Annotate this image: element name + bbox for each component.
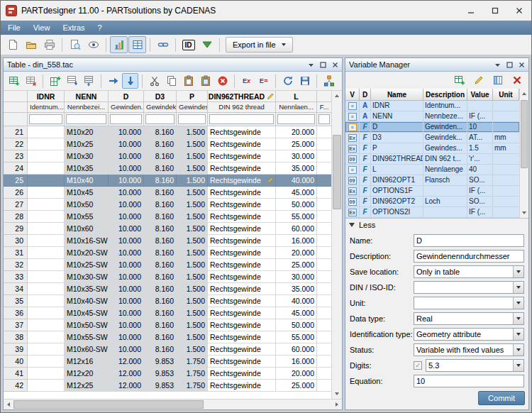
filter-input-IDNR[interactable] [29, 114, 62, 124]
table-row-37[interactable]: 37M10x50-SW1610.0008.1601.500Rechtsgewin… [4, 319, 331, 331]
cell-p[interactable]: 1.500 [177, 235, 208, 247]
table-horizontal-scrollbar[interactable] [4, 399, 342, 409]
unit-dropdown-arrow[interactable] [513, 297, 523, 309]
cell-l[interactable]: 60.000 [276, 343, 317, 356]
scrollbar-thumb[interactable] [13, 400, 204, 409]
open-document-button[interactable] [22, 36, 40, 53]
structure-button[interactable] [321, 73, 337, 89]
cell-l[interactable]: 20.000 [276, 247, 317, 259]
cell-extra[interactable] [317, 150, 331, 163]
cell-p[interactable]: 1.500 [177, 295, 208, 307]
cell-extra[interactable] [317, 380, 331, 392]
cell-l[interactable]: 16.000 [276, 356, 317, 368]
row-number[interactable]: 32 [4, 259, 28, 271]
cell-idnr[interactable] [28, 271, 65, 283]
cell-d3[interactable]: 8.160 [144, 187, 177, 199]
cell-d3[interactable]: 8.160 [144, 343, 177, 356]
cell-p[interactable]: 1.500 [177, 223, 208, 235]
cell-d[interactable]: 10.000 [109, 319, 144, 331]
cell-l[interactable]: 16.000 [276, 235, 317, 247]
cell-l[interactable]: 30.000 [276, 150, 317, 163]
cell-d3[interactable]: 8.160 [144, 211, 177, 223]
delete-variable-button[interactable] [509, 72, 525, 88]
cell-thread[interactable]: Rechtsgewinde [208, 163, 276, 175]
cell-l[interactable]: 55.000 [276, 211, 317, 223]
cell-l[interactable]: 60.000 [276, 223, 317, 235]
cell-d[interactable]: 10.000 [109, 295, 144, 307]
vm-column-header-v[interactable]: V [345, 89, 360, 100]
cell-d[interactable]: 10.000 [109, 138, 144, 150]
column-header-D3[interactable]: D3 [144, 91, 177, 102]
cell-d[interactable]: 10.000 [109, 199, 144, 211]
filter-input-L[interactable] [277, 114, 315, 124]
shift-down-button[interactable] [122, 73, 138, 89]
cell-nenn[interactable]: M10x60 [65, 223, 109, 235]
column-header-IDNR[interactable]: IDNR [28, 91, 65, 102]
table-view-toggle[interactable] [128, 36, 146, 53]
table-row-24[interactable]: 24M10x3510.0008.1601.500Rechtsgewinde35.… [4, 163, 331, 175]
cell-thread[interactable]: Rechtsgewinde [208, 126, 276, 138]
cell-d3[interactable]: 9.853 [144, 356, 177, 368]
cell-extra[interactable] [317, 319, 331, 331]
row-number[interactable]: 21 [4, 126, 28, 138]
graph-view-toggle[interactable] [110, 36, 128, 53]
minimize-button[interactable] [459, 1, 483, 21]
cell-extra[interactable] [317, 138, 331, 150]
table-row-28[interactable]: 28M10x5510.0008.1601.500Rechtsgewinde55.… [4, 211, 331, 223]
save-location-select[interactable]: Only in table [414, 265, 524, 278]
cell-p[interactable]: 1.500 [177, 150, 208, 163]
cell-nenn[interactable]: M10x50 [65, 199, 109, 211]
cell-thread[interactable]: Rechtsgewinde [208, 187, 276, 199]
cell-d3[interactable]: 8.160 [144, 175, 177, 187]
cell-d[interactable]: 10.000 [109, 271, 144, 283]
table-row-25[interactable]: 25M10x4010.0008.1601.500Rechtsgewinde40.… [4, 175, 331, 187]
table-vertical-scrollbar[interactable] [331, 91, 342, 399]
cell-d[interactable]: 10.000 [109, 150, 144, 163]
data-type-dropdown-arrow[interactable] [513, 313, 523, 324]
table-row-29[interactable]: 29M10x6010.0008.1601.500Rechtsgewinde60.… [4, 223, 331, 235]
cell-extra[interactable] [317, 163, 331, 175]
new-document-button[interactable] [4, 36, 21, 53]
maximize-panel-button[interactable] [504, 60, 515, 70]
cell-p[interactable]: 1.500 [177, 283, 208, 295]
table-row-41[interactable]: 41M12x2012.0009.8531.750Rechtsgewinde20.… [4, 368, 331, 380]
table-row-22[interactable]: 22M10x2510.0008.1601.500Rechtsgewinde25.… [4, 138, 331, 150]
cell-d[interactable]: 10.000 [109, 211, 144, 223]
scroll-right-arrow[interactable] [332, 400, 342, 409]
scroll-up-arrow[interactable] [520, 89, 528, 99]
table-row-30[interactable]: 30M10x16-SW1610.0008.1601.500Rechtsgewin… [4, 235, 331, 247]
status-dropdown-arrow[interactable] [513, 344, 523, 356]
cell-d[interactable]: 10.000 [109, 259, 144, 271]
edit-cell-icon[interactable] [267, 176, 275, 184]
link-icon[interactable] [154, 36, 172, 53]
preview-eye-button[interactable] [84, 36, 102, 53]
cell-d[interactable]: 10.000 [109, 223, 144, 235]
print-button[interactable] [40, 36, 58, 53]
cell-nenn[interactable]: M10x45 [65, 187, 109, 199]
cell-idnr[interactable] [28, 235, 65, 247]
cell-d[interactable]: 10.000 [109, 187, 144, 199]
cell-d3[interactable]: 8.160 [144, 235, 177, 247]
cell-d[interactable]: 12.000 [109, 368, 144, 380]
table-row-34[interactable]: 34M10x35-SW1610.0008.1601.500Rechtsgewin… [4, 283, 331, 295]
digits-select[interactable]: 5.3 [426, 359, 524, 372]
identification-type-dropdown-arrow[interactable] [513, 329, 523, 340]
variable-row-p[interactable]: ExFPGewindes...1.5mm [345, 143, 519, 154]
cell-nenn[interactable]: M10x20-SW16 [65, 247, 109, 259]
cell-d3[interactable]: 8.160 [144, 283, 177, 295]
cell-d3[interactable]: 8.160 [144, 199, 177, 211]
cell-idnr[interactable] [28, 223, 65, 235]
cell-extra[interactable] [317, 343, 331, 356]
filter-input-extra[interactable] [318, 114, 330, 124]
variable-row-nenn[interactable]: ≡ANENNNennbeze...IF (... [345, 111, 519, 122]
table-row-35[interactable]: 35M10x40-SW1610.0008.1601.500Rechtsgewin… [4, 295, 331, 307]
cell-d[interactable]: 10.000 [109, 343, 144, 356]
cell-d3[interactable]: 8.160 [144, 307, 177, 319]
scrollbar-thumb[interactable] [521, 100, 528, 168]
cell-idnr[interactable] [28, 211, 65, 223]
cell-idnr[interactable] [28, 368, 65, 380]
save-table-button[interactable] [297, 73, 313, 89]
cell-p[interactable]: 1.500 [177, 259, 208, 271]
vm-column-header-value[interactable]: Value [467, 89, 493, 100]
cell-l[interactable]: 55.000 [276, 331, 317, 343]
